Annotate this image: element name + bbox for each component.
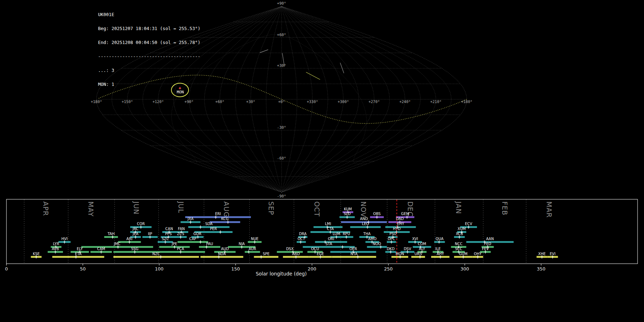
shower-code-label: KSE: [33, 252, 40, 256]
map-latitude-label: +60°: [277, 33, 286, 37]
shower-bar: [245, 251, 260, 253]
shower-code-label: EVI: [550, 252, 555, 256]
shower-bar: [177, 241, 208, 243]
shower-bar: [350, 226, 381, 228]
shower-code-label: CAN: [165, 227, 173, 231]
shower-code-label: SLD: [343, 212, 351, 216]
shower-code-label: LUM: [333, 232, 340, 236]
shower-bar: [385, 226, 416, 228]
shower-code-label: GEM: [401, 212, 409, 216]
shower-activity-chart: APRMAYJUNJULAUGSEPOCTNOVDECJANFEBMARKUME…: [5, 199, 638, 277]
sporadic-meteor-trail: [260, 50, 268, 53]
map-latitude-label: +30°: [277, 63, 286, 68]
shower-code-label: XHE: [538, 252, 546, 256]
shower-code-label: QUA: [436, 237, 444, 241]
shower-code-label: OCU: [311, 247, 319, 251]
x-tick-label: 200: [308, 266, 316, 272]
shower-code-label: URS: [414, 252, 422, 256]
shower-code-label: ORI: [328, 237, 334, 241]
map-longitude-label: +210°: [430, 99, 441, 104]
shower-code-label: THA: [363, 232, 371, 236]
shower-code-label: NOO: [373, 242, 381, 246]
shower-code-label: FEV: [482, 247, 489, 251]
month-label: MAR: [545, 201, 553, 218]
map-longitude-label: +180°: [461, 99, 473, 104]
shower-code-label: JPE: [171, 242, 177, 246]
shower-code-label: PSU: [389, 232, 396, 236]
shower-code-label: AUD: [221, 247, 229, 251]
shower-code-label: NDA: [218, 252, 226, 256]
shower-bar: [113, 256, 199, 258]
shower-code-label: ELY: [77, 247, 83, 251]
month-label: JUN: [132, 201, 140, 215]
shower-code-label: ILE: [435, 247, 441, 251]
shower-code-label: TAH: [107, 232, 115, 236]
shower-code-label: GDR: [194, 232, 201, 236]
shower-code-label: KUM: [344, 207, 352, 211]
shower-bar: [200, 256, 243, 258]
shower-code-label: ZCS: [177, 232, 184, 236]
shower-code-label: XCB: [456, 232, 463, 236]
x-tick-label: 100: [155, 266, 164, 272]
shower-code-label: SZC: [162, 237, 169, 241]
shower-code-label: ECV: [465, 222, 472, 226]
shower-code-label: OCT: [298, 237, 306, 241]
shower-bar: [254, 256, 278, 258]
x-axis-title: Solar longitude (deg): [256, 271, 307, 277]
month-label: JUL: [177, 201, 185, 213]
month-label: MAY: [87, 201, 95, 217]
shower-code-label: LMI: [325, 222, 331, 226]
shower-bar: [411, 256, 425, 258]
x-tick-label: 300: [460, 266, 469, 272]
shower-code-label: PER: [210, 227, 217, 231]
shower-code-label: EGE: [317, 252, 324, 256]
radiant-plot-canvas: +180°+150°+120°+90°+60°+30°+0°+330°+300°…: [0, 0, 644, 322]
month-label: OCT: [313, 201, 321, 217]
shower-code-label: NTA: [351, 252, 358, 256]
sporadic-count: ...: 3: [98, 68, 200, 73]
shower-code-label: SDA: [205, 222, 213, 226]
shower-code-label: IIP: [148, 232, 152, 236]
shower-code-label: EHY: [397, 222, 405, 226]
shower-code-label: HVI: [62, 237, 68, 241]
separator-line: --------------------------------------: [98, 54, 200, 59]
shower-code-label: OBS: [373, 212, 381, 216]
map-longitude-label: +330°: [307, 99, 318, 104]
shower-code-label: DSV: [404, 247, 411, 251]
shower-code-label: SSG: [131, 247, 138, 251]
shower-code-label: AAN: [486, 237, 494, 241]
shower-bar: [185, 216, 251, 218]
shower-code-label: DSX: [286, 247, 294, 251]
shower-bar: [303, 246, 355, 248]
shower-code-label: ALY: [419, 247, 425, 251]
shower-code-label: OER: [350, 247, 357, 251]
shower-code-label: JRC: [132, 227, 138, 231]
month-label: JAN: [455, 201, 463, 214]
shower-code-label: SCC: [455, 247, 462, 251]
map-latitude-label: -60°: [277, 156, 286, 160]
begin-time: Beg: 20251207 18:04:31 (sol = 255.53°): [98, 26, 200, 31]
sporadic-meteor-trail: [340, 63, 344, 73]
x-tick-label: 0: [5, 266, 8, 272]
shower-code-label: COR: [137, 222, 145, 226]
shower-code-label: LYR: [53, 242, 59, 246]
shower-code-label: NUE: [251, 237, 258, 241]
shower-code-label: ETA: [75, 252, 82, 256]
shower-bar: [104, 236, 118, 238]
shower-code-label: XVI: [412, 237, 418, 241]
shower-code-label: KCG: [221, 217, 229, 221]
radiant-plot-page: +180°+150°+120°+90°+60°+30°+0°+330°+300°…: [0, 0, 644, 322]
shower-code-label: CAM: [97, 247, 105, 251]
map-longitude-label: +60°: [215, 99, 224, 104]
shower-code-label: PPS: [165, 232, 171, 236]
x-tick-label: 50: [80, 266, 86, 272]
shower-count: MON: 1: [98, 82, 200, 87]
shower-code-label: FED: [484, 242, 491, 246]
shower-code-label: JXA: [187, 217, 194, 221]
shower-bar: [199, 246, 220, 248]
station-id: UK001E: [98, 12, 200, 17]
shower-code-label: XUM: [458, 227, 466, 231]
map-latitude-label: -90°: [277, 194, 286, 198]
shower-bar: [210, 221, 240, 223]
map-latitude-label: +90°: [277, 1, 286, 5]
